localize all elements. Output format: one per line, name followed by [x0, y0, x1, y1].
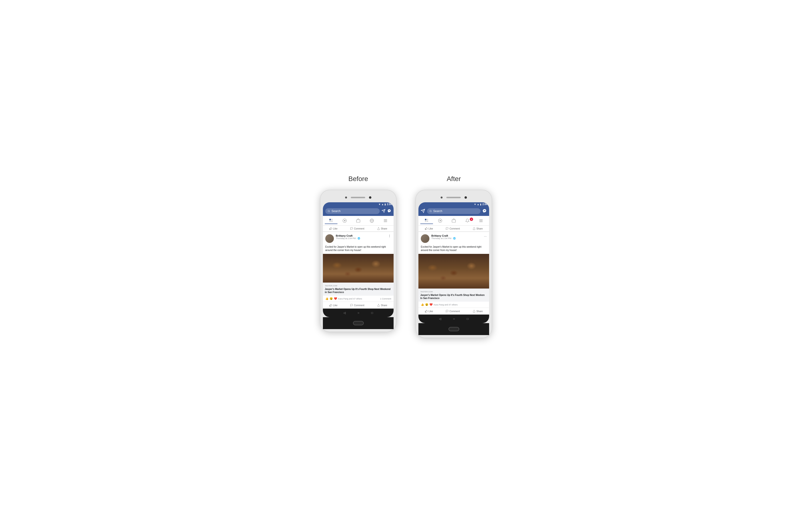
after-reactions-text: Kara Pang and 47 others: [434, 304, 458, 306]
before-tab-menu[interactable]: [379, 218, 392, 224]
after-wow-emoji: 😮: [425, 303, 429, 306]
before-link-title: Jasper's Market Opens Up It's Fourth Sho…: [325, 288, 392, 294]
before-post-time: Thursday at 2:04 PM · 🌐: [336, 237, 386, 239]
before-recent-btn[interactable]: □: [371, 311, 373, 315]
after-tab-notifications[interactable]: 2: [461, 218, 473, 224]
after-tab-video[interactable]: [434, 218, 446, 224]
after-battery-icon: ▮: [480, 203, 482, 206]
after-post-image: [418, 254, 489, 288]
after-like-label: Like: [429, 310, 433, 313]
after-feed-post: Brittany Craft Thursday at 2:04 PM · 🌐 ·…: [418, 232, 489, 315]
before-reactions-bar: 👍 😮 ❤️ Kara Pang and 47 others 1 Comment: [323, 296, 394, 302]
before-link-preview-inner: TASTER.COM Jasper's Market Opens Up It's…: [323, 283, 394, 296]
after-signal-icon: ▲: [477, 203, 479, 206]
after-back-btn[interactable]: ◁: [439, 317, 441, 320]
after-share-btn-top[interactable]: Share: [473, 227, 483, 230]
after-share-btn[interactable]: Share: [471, 309, 485, 314]
before-tab-newsfeed[interactable]: [325, 217, 338, 224]
before-reactions-text: Kara Pang and 47 others: [338, 297, 362, 300]
after-post-header: Brittany Craft Thursday at 2:04 PM · 🌐 ·…: [418, 232, 489, 245]
before-tab-globe[interactable]: [366, 218, 378, 224]
before-comment-btn[interactable]: Comment: [348, 303, 366, 308]
after-speaker: [446, 197, 461, 198]
before-column: Before ▼ ▲ ▮ 2:04: [320, 175, 397, 332]
before-share-btn[interactable]: Share: [375, 303, 389, 308]
after-bottom-bezel: [418, 323, 489, 335]
after-share-label: Share: [476, 310, 483, 313]
svg-rect-19: [425, 219, 427, 220]
after-top-action-bar: Like Comment Share: [418, 226, 489, 232]
before-feed-post: Brittany Craft Thursday at 2:04 PM · 🌐 E…: [323, 232, 394, 309]
after-post-options[interactable]: ···: [484, 234, 487, 238]
after-label: After: [446, 175, 461, 183]
after-send-icon[interactable]: [421, 209, 425, 214]
svg-line-18: [431, 211, 432, 212]
before-home-btn[interactable]: ○: [357, 311, 359, 315]
before-post-image: [323, 254, 394, 283]
before-like-btn[interactable]: Like: [327, 303, 339, 308]
before-tab-marketplace[interactable]: [352, 218, 365, 224]
svg-rect-15: [329, 229, 330, 230]
after-like-emoji: 👍: [421, 303, 424, 306]
after-recent-btn[interactable]: □: [467, 317, 469, 320]
after-messenger-icon[interactable]: [483, 209, 487, 214]
before-avatar: [325, 234, 334, 243]
after-android-nav: ◁ ○ □: [418, 315, 489, 323]
after-status-bar: ▼ ▲ ▮ 2:04: [418, 202, 489, 206]
after-comment-btn-top[interactable]: Comment: [446, 227, 460, 230]
before-search-label: Search: [331, 209, 341, 213]
after-post-time: Thursday at 2:04 PM · 🌐: [431, 237, 482, 239]
before-back-btn[interactable]: ◁: [343, 311, 346, 315]
after-post-actions: Like Comment Share: [418, 308, 489, 315]
after-physical-home: [448, 327, 459, 331]
before-android-nav: ◁ ○ □: [323, 309, 394, 317]
after-love-emoji: ❤️: [429, 303, 433, 306]
before-like-btn-top[interactable]: Like: [329, 227, 338, 230]
before-share-btn-top[interactable]: Share: [377, 227, 387, 230]
svg-marker-24: [440, 220, 441, 221]
before-bottom-bezel: [323, 317, 394, 329]
before-post-options[interactable]: [388, 234, 391, 238]
before-search-icon: [328, 210, 330, 212]
svg-rect-16: [329, 305, 330, 307]
signal-icon: ▲: [381, 203, 384, 206]
after-status-icons: ▼ ▲ ▮: [474, 203, 482, 206]
before-screen-content: Brittany Craft Thursday at 2:04 PM · 🌐 E…: [323, 232, 394, 309]
after-like-btn-top[interactable]: Like: [425, 227, 433, 230]
before-comment-btn-top[interactable]: Comment: [350, 227, 364, 230]
after-avatar: [421, 234, 429, 243]
svg-point-17: [430, 210, 431, 212]
after-search-box[interactable]: Search: [427, 208, 481, 214]
before-send-icon[interactable]: [382, 209, 385, 213]
after-link-preview[interactable]: TASTER.COM Jasper's Market Opens Up It's…: [418, 288, 489, 302]
after-tab-menu[interactable]: [474, 218, 487, 224]
before-label: Before: [348, 175, 368, 183]
before-messenger-icon[interactable]: [387, 209, 391, 213]
after-tab-newsfeed[interactable]: [420, 217, 433, 224]
svg-rect-22: [427, 221, 428, 222]
before-status-icons: ▼ ▲ ▮: [378, 203, 386, 206]
before-status-bar: ▼ ▲ ▮ 2:04: [323, 202, 394, 206]
svg-rect-29: [425, 229, 426, 230]
svg-rect-2: [329, 219, 331, 220]
before-navbar: Search: [323, 206, 394, 216]
after-link-title: Jasper's Market Opens Up It's Fourth Sho…: [420, 293, 487, 300]
before-avatar-img: [325, 234, 334, 243]
after-notification-badge: 2: [470, 218, 473, 221]
svg-rect-5: [331, 221, 333, 222]
after-search-icon: [429, 210, 432, 212]
after-home-btn[interactable]: ○: [453, 317, 455, 320]
after-navbar: Search: [418, 206, 489, 216]
before-share-label-top: Share: [381, 227, 387, 230]
after-comment-btn[interactable]: Comment: [444, 309, 462, 314]
before-link-preview[interactable]: TASTER.COM Jasper's Market Opens Up It's…: [323, 283, 394, 296]
after-like-btn[interactable]: Like: [423, 309, 435, 314]
after-tab-marketplace[interactable]: [447, 218, 460, 224]
before-status-time: 2:04: [387, 203, 392, 206]
before-tab-video[interactable]: [339, 218, 351, 224]
svg-rect-30: [425, 311, 426, 313]
svg-rect-21: [425, 221, 427, 222]
after-column: After ▼ ▲ ▮ 2:04: [415, 175, 492, 338]
before-search-box[interactable]: Search: [325, 208, 380, 214]
before-like-label-top: Like: [333, 227, 338, 230]
